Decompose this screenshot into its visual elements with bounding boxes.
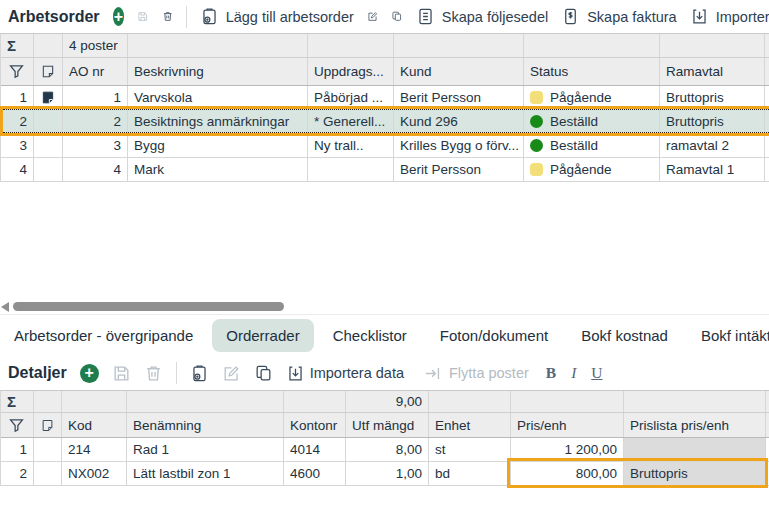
row-note-cell[interactable]: [34, 86, 63, 109]
col-header-ao-nr[interactable]: AO nr: [63, 58, 128, 85]
cell-kod[interactable]: 214: [62, 438, 127, 461]
cell-status[interactable]: Beställd: [524, 110, 660, 133]
create-delivery-note-label: Skapa följesedel: [442, 9, 548, 25]
workorders-toolbar: Arbetsorder + Lägg till arbetsorder Skap…: [0, 0, 769, 33]
cell-pris-enh[interactable]: 1 200,00: [511, 438, 624, 461]
horizontal-scrollbar-thumb[interactable]: [13, 302, 284, 311]
create-invoice-button[interactable]: Skapa faktura: [561, 7, 676, 26]
copy-icon[interactable]: [391, 7, 402, 26]
cell-kund[interactable]: Berit Persson: [394, 158, 524, 181]
cell-kund[interactable]: Berit Persson: [394, 86, 524, 109]
copy-icon[interactable]: [254, 364, 273, 383]
add-workorder-button[interactable]: Lägg till arbetsorder: [200, 7, 354, 26]
cell-prislista: Bruttopris: [624, 462, 766, 485]
col-header-kund[interactable]: Kund: [394, 58, 524, 85]
create-delivery-note-button[interactable]: Skapa följesedel: [416, 7, 548, 26]
cell-ramavtal[interactable]: ramavtal 2: [660, 134, 765, 157]
cell-ao-nr[interactable]: 2: [63, 110, 128, 133]
col-header-ramavtal[interactable]: Ramavtal: [660, 58, 765, 85]
cell-beskrivning[interactable]: Besiktnings anmärkningar: [128, 110, 308, 133]
cell-enhet[interactable]: st: [429, 438, 511, 461]
workorder-row[interactable]: 4 4 Mark Berit Persson Pågående Ramavtal…: [1, 158, 769, 182]
cell-pris-enh[interactable]: 800,00: [511, 462, 624, 485]
cell-uppdrag[interactable]: [308, 158, 394, 181]
delete-icon[interactable]: [144, 364, 163, 383]
cell-kund[interactable]: Kund 296: [394, 110, 524, 133]
cell-utf-mangd[interactable]: 1,00: [346, 462, 429, 485]
cell-ao-nr[interactable]: 4: [63, 158, 128, 181]
tab-foton-dokument[interactable]: Foton/dokument: [426, 319, 562, 352]
bold-button[interactable]: B: [546, 364, 556, 382]
cell-status[interactable]: Pågående: [524, 158, 660, 181]
add-icon[interactable]: +: [80, 364, 99, 383]
row-number[interactable]: 2: [1, 462, 34, 485]
edit-icon[interactable]: [222, 364, 241, 383]
cell-kontonr[interactable]: 4014: [284, 438, 346, 461]
cell-beskrivning[interactable]: Varvskola: [128, 86, 308, 109]
cell-status[interactable]: Beställd: [524, 134, 660, 157]
cell-enhet[interactable]: bd: [429, 462, 511, 485]
note-column-header[interactable]: [34, 58, 63, 85]
cell-ramavtal[interactable]: Ramavtal 1: [660, 158, 765, 181]
save-icon[interactable]: [137, 7, 148, 26]
cell-ramavtal[interactable]: Bruttopris: [660, 110, 765, 133]
row-number[interactable]: 4: [1, 158, 34, 181]
cell-kund[interactable]: Krilles Bygg o förv...: [394, 134, 524, 157]
tab-bokf-kostnad[interactable]: Bokf kostnad: [567, 319, 682, 352]
orderrow[interactable]: 1 214 Rad 1 4014 8,00 st 1 200,00: [1, 438, 769, 462]
col-header-uppdrag[interactable]: Uppdrags...: [308, 58, 394, 85]
col-header-benamning[interactable]: Benämning: [127, 413, 284, 437]
col-header-kontonr[interactable]: Kontonr: [284, 413, 346, 437]
cell-beskrivning[interactable]: Bygg: [128, 134, 308, 157]
tab-arbetsorder-overgripande[interactable]: Arbetsorder - övergripande: [0, 319, 207, 352]
row-number[interactable]: 3: [1, 134, 34, 157]
cell-uppdrag[interactable]: * Generell...: [308, 110, 394, 133]
cell-ao-nr[interactable]: 3: [63, 134, 128, 157]
col-header-status[interactable]: Status: [524, 58, 660, 85]
col-header-kod[interactable]: Kod: [62, 413, 127, 437]
scroll-left-arrow[interactable]: [1, 302, 9, 312]
invoice-icon: [561, 7, 580, 26]
row-number[interactable]: 1: [1, 438, 34, 461]
cell-benamning[interactable]: Lätt lastbil zon 1: [127, 462, 284, 485]
col-header-enhet[interactable]: Enhet: [429, 413, 511, 437]
workorder-row-selected[interactable]: 2 2 Besiktnings anmärkningar * Generell.…: [1, 110, 769, 134]
cell-kontonr[interactable]: 4600: [284, 462, 346, 485]
col-header-prislista[interactable]: Prislista pris/enh: [624, 413, 766, 437]
orderrow[interactable]: 2 NX002 Lätt lastbil zon 1 4600 1,00 bd …: [1, 462, 769, 486]
save-icon[interactable]: [112, 364, 131, 383]
cell-uppdrag[interactable]: Ny trall..: [308, 134, 394, 157]
filter-button[interactable]: [1, 413, 34, 437]
col-header-pris-enh[interactable]: Pris/enh: [511, 413, 624, 437]
toolbar-divider: [186, 6, 187, 28]
cell-uppdrag[interactable]: Påbörjad ...: [308, 86, 394, 109]
filter-button[interactable]: [1, 58, 34, 85]
col-header-utf-mangd[interactable]: Utf mängd: [346, 413, 429, 437]
row-number[interactable]: 2: [1, 110, 34, 133]
underline-button[interactable]: U: [591, 364, 602, 382]
delete-icon[interactable]: [162, 7, 173, 26]
cell-kod[interactable]: NX002: [62, 462, 127, 485]
cell-status[interactable]: Pågående: [524, 86, 660, 109]
edit-icon[interactable]: [367, 7, 378, 26]
cell-benamning[interactable]: Rad 1: [127, 438, 284, 461]
clipboard-plus-icon[interactable]: [190, 364, 209, 383]
cell-ao-nr[interactable]: 1: [63, 86, 128, 109]
note-column-header[interactable]: [34, 413, 62, 437]
move-rows-button[interactable]: Flytta poster: [423, 364, 529, 383]
row-number[interactable]: 1: [1, 86, 34, 109]
cell-utf-mangd[interactable]: 8,00: [346, 438, 429, 461]
tab-orderrader[interactable]: Orderrader: [212, 319, 313, 352]
cell-beskrivning[interactable]: Mark: [128, 158, 308, 181]
import-data-button[interactable]: Importera data: [690, 7, 769, 26]
status-dot: [530, 139, 543, 152]
add-icon[interactable]: +: [113, 7, 124, 26]
col-header-beskrivning[interactable]: Beskrivning: [128, 58, 308, 85]
workorder-row[interactable]: 1 1 Varvskola Påbörjad ... Berit Persson…: [1, 86, 769, 110]
workorder-row[interactable]: 3 3 Bygg Ny trall.. Krilles Bygg o förv.…: [1, 134, 769, 158]
tab-bokf-intakt[interactable]: Bokf intäkt: [687, 319, 769, 352]
tab-checklistor[interactable]: Checklistor: [319, 319, 421, 352]
import-data-button[interactable]: Importera data: [286, 364, 404, 383]
cell-ramavtal[interactable]: Bruttopris: [660, 86, 765, 109]
italic-button[interactable]: I: [571, 364, 576, 382]
